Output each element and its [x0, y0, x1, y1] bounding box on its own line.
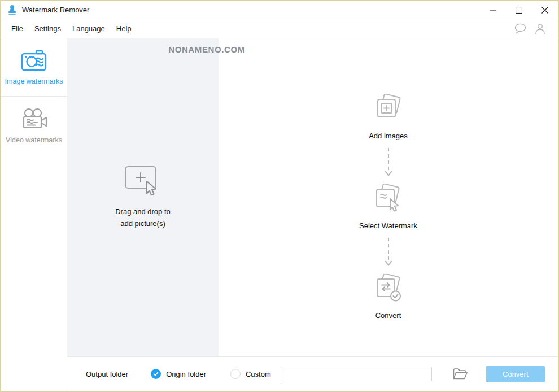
menu-right-icons	[514, 23, 545, 34]
sidebar-item-video-watermarks[interactable]: Video watermarks	[1, 97, 67, 155]
content-row: Drag and drop to add picture(s)	[67, 38, 558, 356]
workflow-step-label: Add images	[369, 132, 408, 140]
open-folder-icon	[453, 368, 468, 380]
add-picture-cursor-icon	[124, 165, 161, 197]
radio-origin-folder-label: Origin folder	[166, 370, 206, 378]
menu-file[interactable]: File	[6, 21, 29, 36]
workflow-step-add-images[interactable]: Add images	[369, 94, 408, 140]
app-stamp-icon	[7, 5, 18, 15]
radio-checked-icon[interactable]	[151, 369, 161, 379]
title-bar: Watermark Remover	[1, 1, 558, 19]
output-path-input[interactable]	[281, 367, 432, 381]
workflow-panel: Add images	[219, 38, 558, 356]
sidebar-item-label: Image watermarks	[5, 77, 63, 85]
window-controls	[480, 1, 558, 19]
dashed-arrow-down-icon	[385, 147, 392, 177]
close-icon	[541, 7, 548, 14]
app-window: Watermark Remover File Settings Language…	[0, 0, 559, 392]
radio-custom-label: Custom	[246, 370, 271, 378]
menu-bar: File Settings Language Help	[1, 19, 558, 38]
site-watermark-text: NONAMENO.COM	[168, 45, 245, 54]
main-area: Drag and drop to add picture(s)	[67, 38, 558, 391]
workflow-step-select-watermark[interactable]: Select Watermark	[359, 184, 417, 230]
close-button[interactable]	[532, 1, 558, 19]
user-account-icon[interactable]	[535, 23, 545, 34]
image-watermarks-camera-icon	[20, 49, 47, 72]
menu-settings[interactable]: Settings	[29, 21, 67, 36]
workflow-step-label: Convert	[375, 311, 401, 320]
minimize-button[interactable]	[480, 1, 506, 19]
app-body: Image watermarks Video watermarks	[1, 38, 558, 391]
maximize-icon	[516, 7, 522, 14]
bottom-bar: Output folder Origin folder Custom	[67, 356, 558, 391]
menu-help[interactable]: Help	[111, 21, 137, 36]
radio-unchecked-icon[interactable]	[230, 369, 241, 379]
sidebar: Image watermarks Video watermarks	[1, 38, 67, 391]
menu-language[interactable]: Language	[67, 21, 111, 36]
maximize-button[interactable]	[506, 1, 532, 19]
workflow-step-label: Select Watermark	[359, 221, 417, 230]
feedback-chat-icon[interactable]	[514, 23, 526, 34]
sidebar-item-label: Video watermarks	[6, 136, 62, 144]
radio-custom[interactable]: Custom	[230, 369, 271, 379]
minimize-icon	[490, 7, 496, 14]
add-images-icon	[374, 94, 403, 124]
video-watermarks-camera-icon	[20, 108, 48, 130]
dashed-arrow-down-icon	[385, 237, 392, 267]
drag-drop-zone[interactable]: Drag and drop to add picture(s)	[67, 38, 219, 356]
workflow-step-convert[interactable]: Convert	[374, 274, 403, 320]
convert-check-icon	[374, 274, 403, 303]
convert-button[interactable]: Convert	[486, 366, 545, 382]
radio-origin-folder[interactable]: Origin folder	[151, 369, 206, 379]
drop-zone-label: Drag and drop to add picture(s)	[115, 206, 171, 229]
browse-folder-button[interactable]	[453, 367, 468, 381]
sidebar-item-image-watermarks[interactable]: Image watermarks	[1, 38, 67, 97]
window-title: Watermark Remover	[22, 6, 89, 14]
output-folder-label: Output folder	[86, 370, 128, 378]
select-watermark-icon	[373, 184, 403, 214]
